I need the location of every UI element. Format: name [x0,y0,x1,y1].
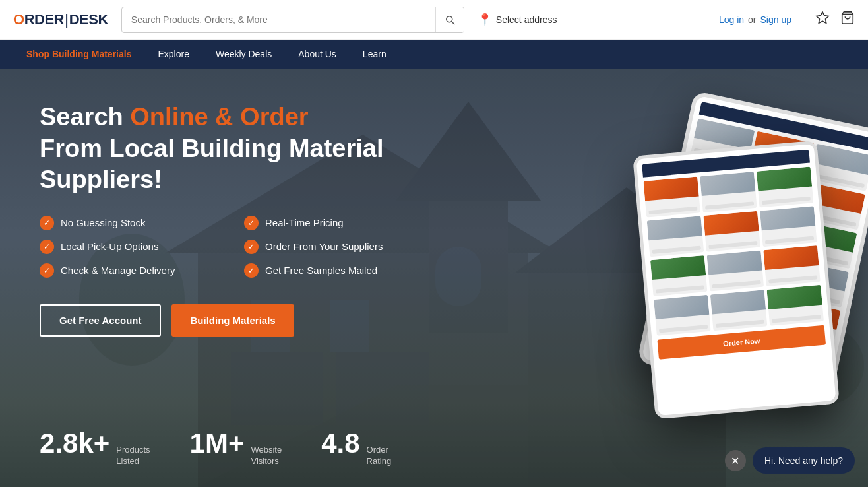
feature-text-3: Order From Your Suppliers [265,241,383,252]
cart-icon [840,11,855,25]
features-list: ✓ No Guessing Stock ✓ Real-Time Pricing … [40,216,409,278]
nav-item-shop[interactable]: Shop Building Materials [13,40,144,69]
check-icon-3: ✓ [244,240,259,254]
feature-item-3: ✓ Order From Your Suppliers [244,240,409,254]
nav-item-weekly-deals[interactable]: Weekly Deals [202,40,285,69]
hero-cta-buttons: Get Free Account Building Materials [40,304,409,337]
feature-item-4: ✓ Check & Manage Delivery [40,263,204,278]
logo-rder: RDER [24,11,64,28]
wishlist-button[interactable] [815,11,830,28]
search-bar [121,7,464,33]
stat-products-label: Products Listed [116,445,150,467]
address-label: Select address [496,15,557,25]
chat-close-button[interactable]: ✕ [725,450,746,471]
headline-highlight: Online & Order [130,103,308,131]
cart-button[interactable] [840,11,855,28]
address-selector[interactable]: 📍 Select address [478,13,557,27]
check-icon-1: ✓ [244,216,259,230]
feature-text-1: Real-Time Pricing [265,217,344,228]
feature-item-1: ✓ Real-Time Pricing [244,216,409,230]
hero-headline: Search Online & Order From Local Buildin… [40,102,409,196]
stat-products-number: 2.8k+ [40,430,109,457]
tablet-front: Order Now [633,141,840,420]
stat-visitors: 1M+ Website Visitors [190,430,282,467]
main-navbar: Shop Building Materials Explore Weekly D… [0,40,868,69]
nav-item-explore[interactable]: Explore [144,40,202,69]
or-separator: or [748,15,756,25]
search-button[interactable] [435,7,464,32]
feature-item-5: ✓ Get Free Samples Mailed [244,263,409,278]
stat-products: 2.8k+ Products Listed [40,430,150,467]
feature-text-0: No Guessing Stock [61,217,145,228]
pin-icon: 📍 [478,13,492,27]
check-icon-4: ✓ [40,263,54,278]
stat-rating-number: 4.8 [321,430,359,457]
feature-text-5: Get Free Samples Mailed [265,265,377,276]
headline-part1: Search [40,103,130,131]
stat-rating-label: Order Rating [367,445,392,467]
logo-pipe: | [65,11,69,29]
stats-bar: 2.8k+ Products Listed 1M+ Website Visito… [40,430,391,467]
search-input[interactable] [122,15,435,25]
logo-o: O [13,11,24,28]
feature-text-2: Local Pick-Up Options [61,241,158,252]
check-icon-0: ✓ [40,216,54,230]
search-icon [444,14,456,26]
nav-item-about[interactable]: About Us [285,40,350,69]
hero-content: Search Online & Order From Local Buildin… [0,69,449,396]
auth-links: Log in or Sign up [719,15,791,25]
building-materials-button[interactable]: Building Materials [171,304,294,337]
star-icon [815,11,830,25]
stat-visitors-label: Website Visitors [251,445,282,467]
check-icon-5: ✓ [244,263,259,278]
tablet-front-screen: Order Now [636,144,836,416]
feature-item-2: ✓ Local Pick-Up Options [40,240,204,254]
login-link[interactable]: Log in [719,15,744,25]
check-icon-2: ✓ [40,240,54,254]
tablet-mockups: Order Now [598,95,868,465]
site-header: ORDER | DESK 📍 Select address Log in or … [0,0,868,40]
stat-visitors-number: 1M+ [190,430,245,457]
feature-text-4: Check & Manage Delivery [61,265,175,276]
svg-marker-0 [817,12,828,23]
signup-link[interactable]: Sign up [760,15,791,25]
feature-item-0: ✓ No Guessing Stock [40,216,204,230]
logo[interactable]: ORDER | DESK [13,11,108,29]
get-free-account-button[interactable]: Get Free Account [40,304,161,337]
chat-widget: ✕ Hi. Need any help? [725,447,855,474]
stat-rating: 4.8 Order Rating [321,430,391,467]
chat-bubble[interactable]: Hi. Need any help? [753,447,855,474]
hero-section: Search Online & Order From Local Buildin… [0,69,868,487]
headline-part2: From Local Building Material Suppliers! [40,135,384,194]
nav-item-learn[interactable]: Learn [350,40,400,69]
header-icons [815,11,855,28]
logo-desk: DESK [69,11,108,28]
